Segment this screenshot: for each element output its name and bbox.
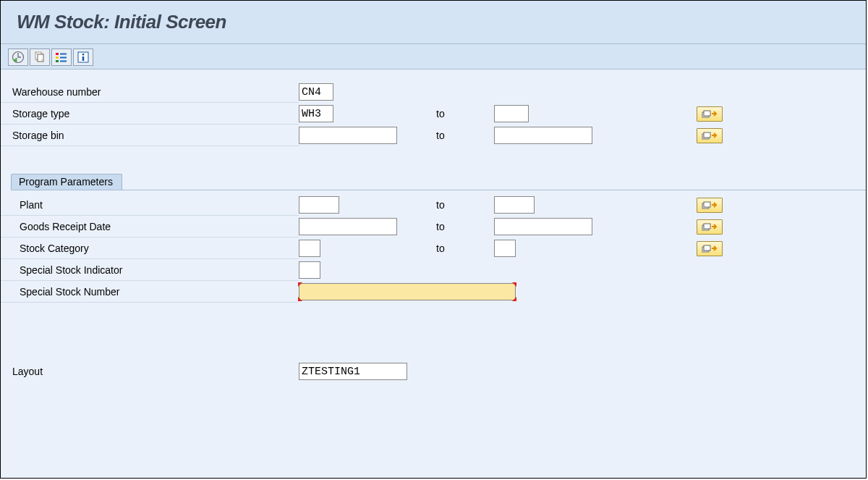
row-special-stock-number: Special Stock Number <box>1 281 866 303</box>
label-to: to <box>422 199 494 211</box>
variants-button[interactable] <box>30 49 50 66</box>
row-plant: Plant to <box>1 194 866 216</box>
svg-rect-17 <box>704 202 710 207</box>
sap-window: WM Stock: Initial Screen <box>0 0 867 479</box>
label-warehouse-number: Warehouse number <box>1 81 299 103</box>
storage-type-to-input[interactable] <box>494 105 529 122</box>
svg-rect-21 <box>704 245 710 250</box>
storage-bin-from-input[interactable] <box>299 127 397 144</box>
svg-rect-15 <box>704 132 710 138</box>
label-to: to <box>422 221 494 232</box>
svg-rect-4 <box>56 56 59 59</box>
label-to: to <box>422 243 494 254</box>
row-layout: Layout <box>1 361 866 382</box>
special-stock-number-input[interactable] <box>299 283 516 300</box>
row-storage-type: Storage type to <box>1 103 866 125</box>
title-area: WM Stock: Initial Screen <box>1 1 866 44</box>
group-program-parameters: Plant to <box>1 191 866 303</box>
execute-icon <box>12 51 25 64</box>
label-goods-receipt-date: Goods Receipt Date <box>1 216 299 237</box>
warehouse-number-input[interactable] <box>299 83 333 101</box>
svg-rect-19 <box>704 224 710 229</box>
row-goods-receipt-date: Goods Receipt Date to <box>1 216 866 237</box>
stock-category-range-button[interactable] <box>697 241 723 256</box>
row-warehouse-number: Warehouse number <box>1 81 866 103</box>
group-title-program-parameters: Program Parameters <box>11 174 122 190</box>
selection-options-icon <box>55 51 68 64</box>
multiple-selection-icon <box>702 200 718 211</box>
label-to: to <box>422 130 494 141</box>
storage-bin-range-button[interactable] <box>697 128 723 143</box>
special-stock-indicator-input[interactable] <box>299 261 320 279</box>
storage-type-range-button[interactable] <box>697 106 723 122</box>
group-program-parameters-header: Program Parameters <box>1 172 866 191</box>
svg-rect-11 <box>82 56 85 61</box>
multiple-selection-icon <box>702 243 718 254</box>
svg-rect-3 <box>56 53 59 55</box>
gr-date-to-input[interactable] <box>494 218 592 235</box>
svg-rect-13 <box>704 111 710 116</box>
info-button[interactable] <box>73 49 93 66</box>
label-layout: Layout <box>1 361 299 382</box>
row-storage-bin: Storage bin to <box>1 125 866 146</box>
label-storage-bin: Storage bin <box>1 125 299 146</box>
label-special-stock-number: Special Stock Number <box>1 281 299 303</box>
stock-category-from-input[interactable] <box>299 240 320 257</box>
stock-category-to-input[interactable] <box>494 240 516 257</box>
toolbar <box>1 44 866 70</box>
plant-to-input[interactable] <box>494 196 535 214</box>
svg-rect-10 <box>82 54 85 55</box>
multiple-selection-icon <box>702 109 718 119</box>
row-stock-category: Stock Category to <box>1 237 866 259</box>
storage-type-from-input[interactable] <box>299 105 333 122</box>
label-plant: Plant <box>1 194 299 216</box>
label-to: to <box>422 108 494 119</box>
plant-from-input[interactable] <box>299 196 339 214</box>
layout-input[interactable] <box>299 363 407 380</box>
info-icon <box>77 51 90 64</box>
multiple-selection-icon <box>702 222 718 232</box>
label-special-stock-indicator: Special Stock Indicator <box>1 259 299 281</box>
gr-date-range-button[interactable] <box>697 219 723 235</box>
label-storage-type: Storage type <box>1 103 299 125</box>
variant-icon <box>33 51 46 64</box>
page-title: WM Stock: Initial Screen <box>17 11 226 33</box>
selection-screen: Warehouse number Storage type to <box>1 70 866 478</box>
plant-range-button[interactable] <box>697 198 723 213</box>
selection-options-button[interactable] <box>51 49 72 66</box>
storage-bin-to-input[interactable] <box>494 127 592 144</box>
svg-rect-5 <box>56 60 59 62</box>
execute-button[interactable] <box>8 49 28 66</box>
gr-date-from-input[interactable] <box>299 218 397 235</box>
multiple-selection-icon <box>702 130 718 141</box>
row-special-stock-indicator: Special Stock Indicator <box>1 259 866 281</box>
label-stock-category: Stock Category <box>1 237 299 259</box>
